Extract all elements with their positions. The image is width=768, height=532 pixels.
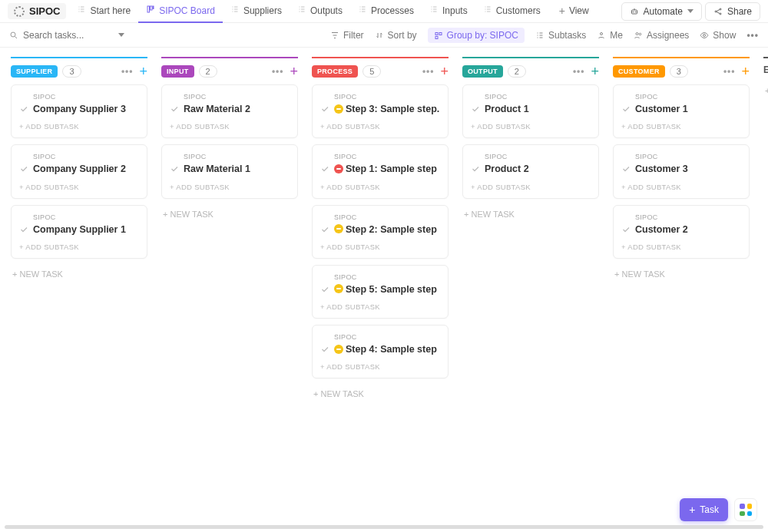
check-icon[interactable] [471,164,480,173]
task-card[interactable]: SIPOCCustomer 2+ ADD SUBTASK [613,205,750,259]
add-subtask-button[interactable]: + ADD SUBTASK [170,115,290,137]
add-subtask-button[interactable]: + ADD SUBTASK [320,296,440,318]
add-subtask-button[interactable]: + ADD SUBTASK [621,115,741,137]
task-title: Raw Material 1 [184,163,250,175]
task-card[interactable]: SIPOCStep 4: Sample step+ ADD SUBTASK [312,325,449,378]
add-subtask-button[interactable]: + ADD SUBTASK [320,115,440,137]
status-pill[interactable]: SUPPLIER [11,65,58,78]
status-pill[interactable]: CUSTOMER [613,65,665,78]
add-subtask-button[interactable]: + ADD SUBTASK [170,176,290,198]
view-icon [483,5,492,16]
status-pill[interactable]: Empty [763,64,768,75]
filter-icon [330,31,339,40]
task-card[interactable]: SIPOCStep 5: Sample step+ ADD SUBTASK [312,265,449,319]
column-more-icon[interactable]: ••• [272,66,284,77]
group-by-button[interactable]: Group by: SIPOC [428,28,525,43]
assignees-label: Assignees [647,30,689,41]
add-subtask-button[interactable]: + ADD SUBTASK [471,115,591,137]
add-view-button[interactable]: + View [551,0,597,23]
task-card[interactable]: SIPOCStep 2: Sample step+ ADD SUBTASK [312,205,449,259]
person-icon [597,31,606,40]
toolbar-more-icon[interactable]: ••• [746,30,759,41]
sort-button[interactable]: Sort by [375,30,417,41]
task-card[interactable]: SIPOCRaw Material 1+ ADD SUBTASK [161,144,298,198]
status-pill[interactable]: OUTPUT [462,65,503,78]
add-subtask-button[interactable]: + ADD SUBTASK [471,176,591,198]
new-task-button[interactable]: + NEW TASK [613,265,750,283]
check-icon[interactable] [170,164,179,173]
priority-icon [334,224,343,233]
check-icon[interactable] [320,104,329,114]
horizontal-scrollbar[interactable] [5,525,763,529]
check-icon[interactable] [471,104,480,114]
task-card[interactable]: SIPOCCompany Supplier 3+ ADD SUBTASK [11,84,147,138]
check-icon[interactable] [621,104,631,114]
add-subtask-button[interactable]: + ADD SUBTASK [19,176,139,198]
status-pill[interactable]: INPUT [161,65,194,78]
column-add-icon[interactable]: + [591,64,599,78]
view-tab-suppliers[interactable]: Suppliers [223,0,290,23]
task-card[interactable]: SIPOCCustomer 1+ ADD SUBTASK [613,84,750,138]
subtasks-button[interactable]: Subtasks [535,30,586,41]
task-card[interactable]: SIPOCStep 3: Sample step.+ ADD SUBTASK [312,84,449,138]
add-subtask-button[interactable]: + ADD SUBTASK [320,176,440,198]
add-subtask-button[interactable]: + ADD SUBTASK [320,236,440,258]
task-card[interactable]: SIPOCCompany Supplier 1+ ADD SUBTASK [11,205,147,259]
check-icon[interactable] [170,104,179,114]
new-task-button[interactable]: + NEW TASK [462,205,599,223]
search-box[interactable] [9,30,124,41]
check-icon[interactable] [320,345,329,354]
check-icon[interactable] [320,285,329,294]
add-subtask-button[interactable]: + ADD SUBTASK [621,236,741,258]
new-task-button[interactable]: + NEW TASK [161,205,298,223]
task-card[interactable]: SIPOCCustomer 3+ ADD SUBTASK [613,144,750,198]
column-add-icon[interactable]: + [139,64,147,78]
add-subtask-button[interactable]: + ADD SUBTASK [320,355,440,378]
kanban-board: SUPPLIER3•••+SIPOCCompany Supplier 3+ AD… [0,48,768,524]
view-tab-outputs[interactable]: Outputs [290,0,350,23]
space-title[interactable]: SIPOC [8,3,66,19]
new-task-button[interactable]: + NE [763,81,768,100]
task-card[interactable]: SIPOCProduct 2+ ADD SUBTASK [462,144,599,198]
me-button[interactable]: Me [597,30,623,41]
column-more-icon[interactable]: ••• [573,66,585,77]
column-add-icon[interactable]: + [290,64,298,78]
check-icon[interactable] [320,225,329,234]
view-tab-sipoc-board[interactable]: SIPOC Board [138,0,223,23]
filter-button[interactable]: Filter [330,30,364,41]
check-icon[interactable] [19,104,28,114]
task-card[interactable]: SIPOCRaw Material 2+ ADD SUBTASK [161,84,298,138]
column-more-icon[interactable]: ••• [121,66,134,77]
task-card[interactable]: SIPOCStep 1: Sample step+ ADD SUBTASK [312,144,449,198]
check-icon[interactable] [19,225,28,234]
check-icon[interactable] [621,225,631,234]
show-button[interactable]: Show [700,30,736,41]
new-task-button[interactable]: + NEW TASK [11,265,147,283]
column-add-icon[interactable]: + [440,64,449,78]
view-tab-inputs[interactable]: Inputs [422,0,475,23]
me-label: Me [610,30,623,41]
column-add-icon[interactable]: + [741,64,750,78]
search-input[interactable] [23,30,100,41]
check-icon[interactable] [621,164,631,173]
add-subtask-button[interactable]: + ADD SUBTASK [19,115,139,137]
task-card[interactable]: SIPOCProduct 1+ ADD SUBTASK [462,84,599,138]
check-icon[interactable] [320,164,329,173]
share-button[interactable]: Share [705,2,760,21]
add-subtask-button[interactable]: + ADD SUBTASK [621,176,741,198]
status-pill[interactable]: PROCESS [312,65,358,78]
view-tab-customers[interactable]: Customers [475,0,548,23]
new-task-fab[interactable]: + Task [680,498,728,521]
column-more-icon[interactable]: ••• [422,66,435,77]
column-more-icon[interactable]: ••• [723,66,736,77]
check-icon[interactable] [19,164,28,173]
chevron-down-icon[interactable] [118,33,124,37]
assignees-button[interactable]: Assignees [634,30,689,41]
apps-fab[interactable] [734,498,757,521]
new-task-button[interactable]: + NEW TASK [312,385,449,403]
view-tab-start-here[interactable]: Start here [69,0,138,23]
view-tab-processes[interactable]: Processes [350,0,422,23]
automate-button[interactable]: Automate [621,2,702,21]
add-subtask-button[interactable]: + ADD SUBTASK [19,236,139,258]
task-card[interactable]: SIPOCCompany Supplier 2+ ADD SUBTASK [11,144,147,198]
